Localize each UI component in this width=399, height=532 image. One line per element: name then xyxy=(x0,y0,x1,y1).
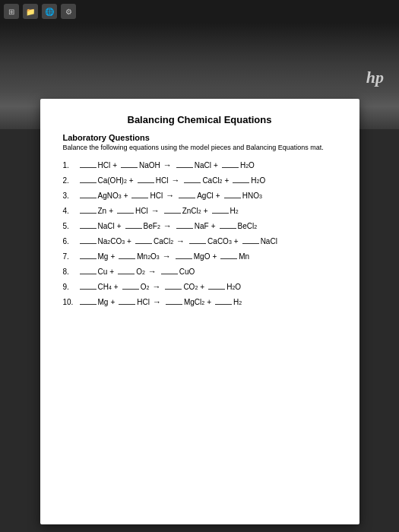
chem-h2o-9: H2O xyxy=(226,283,241,291)
blank-10b xyxy=(119,304,135,305)
lab-section-title: Laboratory Questions xyxy=(63,133,337,142)
equation-1: 1. HCl + NaOH → NaCl + H2O xyxy=(63,160,337,169)
blank-5a xyxy=(80,228,97,229)
arrow-5: → xyxy=(163,221,172,230)
equation-10: 10. Mg + HCl → MgCl2 + H2 xyxy=(63,297,337,306)
blank-2c xyxy=(184,182,201,183)
chem-agcl: AgCl xyxy=(197,192,214,200)
eq-number-8: 8. xyxy=(63,268,78,276)
chem-o2-8: O2 xyxy=(136,268,145,276)
eq-number-7: 7. xyxy=(63,252,78,261)
printer-top: hp xyxy=(0,23,399,91)
plus-10b: + xyxy=(207,298,211,306)
chem-hcl-3: HCl xyxy=(150,192,163,200)
plus-4a: + xyxy=(109,207,113,215)
plus-8a: + xyxy=(109,268,114,276)
plus-1a: + xyxy=(112,161,117,169)
equation-2: 2. Ca(OH)2 + HCl → CaCl2 + H2O xyxy=(63,176,337,185)
blank-9c xyxy=(165,289,182,290)
blank-1c xyxy=(176,167,193,168)
chem-cuo: CuO xyxy=(179,268,195,276)
blank-4a xyxy=(80,213,97,214)
chem-na2co3: Na2CO3 xyxy=(98,237,125,245)
blank-3d xyxy=(224,198,241,198)
chem-caco3: CaCO3 xyxy=(207,237,232,245)
instructions-text: Balance the following equations using th… xyxy=(63,144,337,151)
chem-mn: Mn xyxy=(239,252,249,261)
taskbar-icon-3[interactable]: 🌐 xyxy=(42,4,57,19)
arrow-9: → xyxy=(152,282,160,291)
blank-4b xyxy=(117,213,134,214)
plus-4b: + xyxy=(204,207,208,215)
chem-cacl2-6: CaCl2 xyxy=(154,237,173,245)
plus-3b: + xyxy=(216,192,220,200)
blank-1a xyxy=(80,167,97,168)
blank-2b xyxy=(138,182,154,183)
chem-bef2: BeF2 xyxy=(144,222,160,230)
chem-h2o-2: H2O xyxy=(251,176,265,185)
blank-6b xyxy=(135,243,152,244)
hp-logo: hp xyxy=(366,68,384,87)
blank-8c xyxy=(161,274,178,274)
plus-7b: + xyxy=(212,252,217,261)
chem-zncl2: ZnCl2 xyxy=(182,207,201,215)
blank-10a xyxy=(80,304,97,305)
page-title: Balancing Chemical Equations xyxy=(63,114,337,125)
eq-number-2: 2. xyxy=(63,176,78,185)
paper: Balancing Chemical Equations Laboratory … xyxy=(40,99,359,524)
chem-hcl-10: HCl xyxy=(137,298,150,306)
chem-h2o-1: H2O xyxy=(240,161,255,169)
blank-5b xyxy=(125,228,142,229)
chem-hcl-4: HCl xyxy=(135,207,148,215)
plus-2a: + xyxy=(129,176,134,185)
blank-4c xyxy=(164,213,181,214)
blank-8a xyxy=(80,274,97,274)
arrow-3: → xyxy=(166,191,174,200)
chem-h2-10: H2 xyxy=(233,298,242,306)
chem-mg-7: Mg xyxy=(98,252,109,261)
equation-7: 7. Mg + Mn2O3 → MgO + Mn xyxy=(63,252,337,261)
taskbar-icon-1[interactable]: ⊞ xyxy=(4,4,19,19)
eq-row-6: Na2CO3 + CaCl2 → CaCO3 + NaCl xyxy=(78,236,337,245)
blank-7a xyxy=(80,258,97,259)
chem-mgo: MgO xyxy=(194,252,211,261)
blank-9a xyxy=(80,289,97,290)
blank-7c xyxy=(176,258,192,259)
blank-5d xyxy=(220,228,236,229)
blank-3a xyxy=(80,198,97,198)
plus-6a: + xyxy=(127,237,131,245)
chem-zn: Zn xyxy=(98,207,107,215)
taskbar: ⊞ 📁 🌐 ⚙ xyxy=(0,0,399,23)
chem-mgcl2: MgCl2 xyxy=(184,298,204,306)
chem-o2-9: O2 xyxy=(141,283,150,291)
eq-number-4: 4. xyxy=(63,207,78,215)
blank-9d xyxy=(208,289,225,290)
chem-nacl-1: NaCl xyxy=(195,161,211,169)
chem-agno3: AgNO3 xyxy=(98,192,122,200)
eq-row-2: Ca(OH)2 + HCl → CaCl2 + H2O xyxy=(78,176,337,185)
equation-4: 4. Zn + HCl → ZnCl2 + H2 xyxy=(63,206,337,215)
chem-mg-10: Mg xyxy=(98,298,109,306)
arrow-7: → xyxy=(163,252,171,261)
eq-row-4: Zn + HCl → ZnCl2 + H2 xyxy=(78,206,337,215)
blank-2a xyxy=(80,182,97,183)
plus-3a: + xyxy=(124,192,128,200)
blank-4d xyxy=(212,213,229,214)
taskbar-icon-4[interactable]: ⚙ xyxy=(61,4,76,19)
plus-5b: + xyxy=(211,222,216,230)
arrow-10: → xyxy=(153,297,161,306)
blank-3b xyxy=(131,198,148,198)
blank-10d xyxy=(215,304,232,305)
chem-hcl-2: HCl xyxy=(156,176,169,185)
arrow-4: → xyxy=(151,206,160,215)
chem-cacl2: CaCl2 xyxy=(202,176,222,185)
chem-h2-4: H2 xyxy=(230,207,239,215)
plus-5a: + xyxy=(117,222,122,230)
eq-number-6: 6. xyxy=(63,237,78,245)
chem-becl2: BeCl2 xyxy=(238,222,258,230)
eq-row-1: HCl + NaOH → NaCl + H2O xyxy=(78,160,337,169)
chem-nacl-5: NaCl xyxy=(98,222,115,230)
chem-hno3: HNO3 xyxy=(242,192,262,200)
taskbar-icon-2[interactable]: 📁 xyxy=(23,4,38,19)
eq-row-8: Cu + O2 → CuO xyxy=(78,267,337,276)
